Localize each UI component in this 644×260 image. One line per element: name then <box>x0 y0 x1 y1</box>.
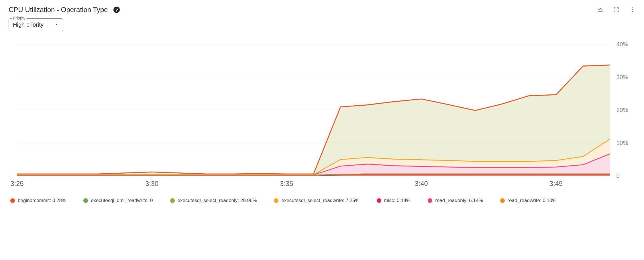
chart-legend: beginorcommit: 0.28%executesql_dml_readw… <box>9 198 635 203</box>
svg-text:3:30: 3:30 <box>145 180 158 187</box>
page-title: CPU Utilization - Operation Type <box>9 6 108 14</box>
legend-item[interactable]: executesql_select_readonly: 29.96% <box>170 198 257 203</box>
legend-item[interactable]: read_readwrite: 0.10% <box>500 198 557 203</box>
legend-label: read_readwrite: 0.10% <box>508 198 557 203</box>
legend-swatch <box>500 198 505 203</box>
legend-toggle-icon[interactable] <box>597 7 603 13</box>
legend-swatch <box>83 198 88 203</box>
legend-label: read_readonly: 6.14% <box>435 198 483 203</box>
more-menu-icon[interactable] <box>629 7 635 13</box>
chevron-down-icon <box>55 22 59 28</box>
legend-item[interactable]: read_readonly: 6.14% <box>428 198 483 203</box>
legend-label: executesql_select_readwrite: 7.25% <box>281 198 359 203</box>
fullscreen-icon[interactable] <box>613 7 619 13</box>
svg-point-2 <box>632 9 633 10</box>
priority-select-label: Priority <box>12 16 27 20</box>
legend-swatch <box>377 198 381 203</box>
svg-text:20%: 20% <box>616 106 628 113</box>
legend-item[interactable]: executesql_select_readwrite: 7.25% <box>274 198 359 203</box>
legend-label: misc: 0.14% <box>384 198 411 203</box>
chart-area: 010%20%30%40%3:253:303:353:403:45 <box>9 40 635 193</box>
legend-swatch <box>428 198 432 203</box>
svg-point-3 <box>632 11 633 12</box>
chart-svg[interactable]: 010%20%30%40%3:253:303:353:403:45 <box>9 40 635 193</box>
svg-text:3:40: 3:40 <box>415 180 428 187</box>
svg-point-1 <box>632 7 633 9</box>
legend-item[interactable]: beginorcommit: 0.28% <box>10 198 66 203</box>
svg-text:30%: 30% <box>616 74 628 80</box>
svg-text:40%: 40% <box>616 41 628 47</box>
svg-text:10%: 10% <box>616 139 628 146</box>
filter-row: Priority High priority <box>9 18 635 31</box>
legend-swatch <box>170 198 175 203</box>
svg-text:3:45: 3:45 <box>549 180 563 187</box>
chart-header: CPU Utilization - Operation Type ? <box>9 6 635 14</box>
header-left: CPU Utilization - Operation Type ? <box>9 6 120 14</box>
svg-text:0: 0 <box>616 172 620 179</box>
legend-swatch <box>274 198 278 203</box>
legend-label: beginorcommit: 0.28% <box>18 198 66 203</box>
priority-select[interactable]: Priority High priority <box>9 18 63 31</box>
help-icon[interactable]: ? <box>113 7 120 13</box>
header-actions <box>597 7 635 13</box>
legend-label: executesql_select_readonly: 29.96% <box>178 198 257 203</box>
legend-item[interactable]: executesql_dml_readwrite: 0 <box>83 198 153 203</box>
legend-swatch <box>10 198 15 203</box>
svg-text:3:25: 3:25 <box>11 180 24 187</box>
svg-text:3:35: 3:35 <box>280 180 293 187</box>
legend-item[interactable]: misc: 0.14% <box>377 198 411 203</box>
priority-select-value: High priority <box>13 22 44 28</box>
legend-label: executesql_dml_readwrite: 0 <box>91 198 153 203</box>
